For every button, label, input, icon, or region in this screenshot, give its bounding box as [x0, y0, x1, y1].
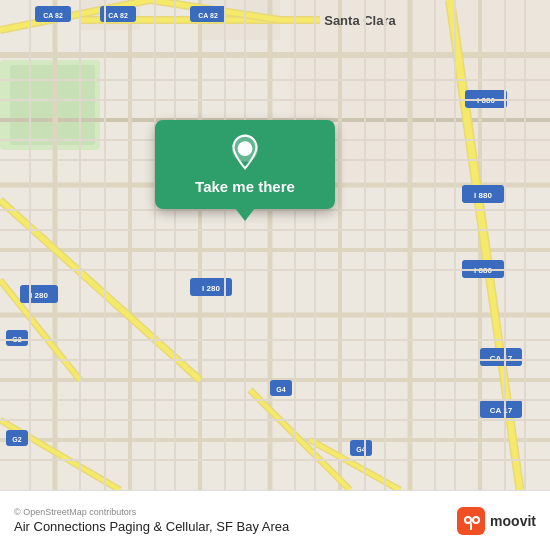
moovit-logo: moovit: [457, 507, 536, 535]
map-container: I 280 CA 82 CA 82 CA 82 I 880 I 880 I 88…: [0, 0, 550, 490]
copyright-text: © OpenStreetMap contributors: [14, 507, 289, 517]
bottom-bar-info: © OpenStreetMap contributors Air Connect…: [14, 507, 289, 534]
location-name: Air Connections Paging & Cellular, SF Ba…: [14, 519, 289, 534]
svg-text:G4: G4: [276, 386, 285, 393]
svg-text:G2: G2: [12, 436, 21, 443]
svg-text:I 280: I 280: [30, 291, 48, 300]
take-me-there-label: Take me there: [195, 178, 295, 195]
svg-text:CA 17: CA 17: [490, 406, 513, 415]
moovit-text: moovit: [490, 513, 536, 529]
svg-point-105: [474, 518, 478, 522]
bottom-bar: © OpenStreetMap contributors Air Connect…: [0, 490, 550, 550]
svg-text:CA 82: CA 82: [43, 12, 63, 19]
take-me-there-popup[interactable]: Take me there: [155, 120, 335, 209]
svg-point-100: [241, 143, 249, 151]
svg-text:CA 82: CA 82: [108, 12, 128, 19]
map-svg: I 280 CA 82 CA 82 CA 82 I 880 I 880 I 88…: [0, 0, 550, 490]
svg-text:CA 17: CA 17: [490, 354, 513, 363]
svg-point-104: [466, 518, 470, 522]
svg-text:I 880: I 880: [474, 191, 492, 200]
moovit-icon: [457, 507, 485, 535]
svg-text:I 280: I 280: [202, 284, 220, 293]
svg-text:CA 82: CA 82: [198, 12, 218, 19]
location-pin-icon: [227, 134, 263, 170]
